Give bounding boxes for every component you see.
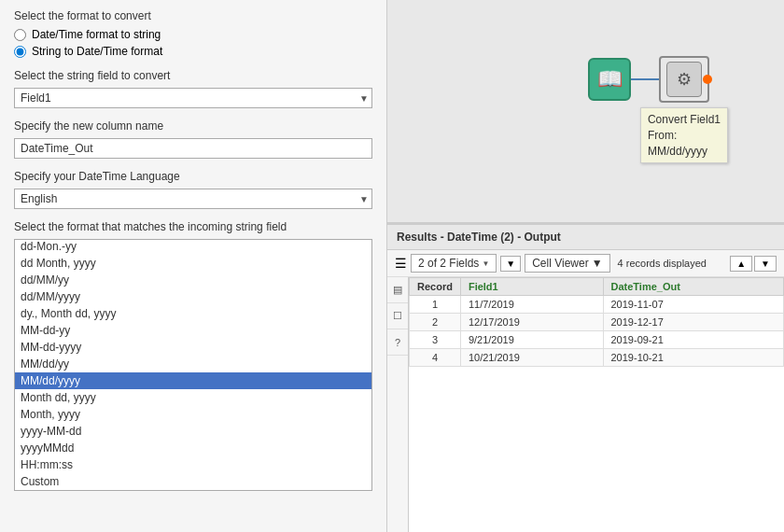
- format-list-item[interactable]: dd Month, yyyy: [15, 255, 371, 272]
- string-field-section: Select the string field to convert Field…: [14, 69, 372, 108]
- format-list-item[interactable]: yyyy-MM-dd: [15, 423, 371, 440]
- cell-record: 3: [410, 331, 461, 349]
- node-dot: [703, 75, 712, 84]
- radio-option1-label: Date/Time format to string: [32, 28, 161, 41]
- radio-option2-group[interactable]: String to Date/Time format: [14, 45, 372, 58]
- language-label: Specify your DateTime Language: [14, 170, 372, 183]
- th-record: Record: [410, 278, 461, 296]
- format-list-item[interactable]: MM-dd-yyyy: [15, 339, 371, 356]
- convert-icon: ⚙: [677, 69, 692, 90]
- format-list-item[interactable]: MM-dd-yy: [15, 322, 371, 339]
- results-table: Record Field1 DateTime_Out 1 11/7/2019 2…: [409, 277, 784, 367]
- language-select[interactable]: English French German: [14, 189, 372, 209]
- table-row: 1 11/7/2019 2019-11-07: [410, 296, 784, 314]
- tooltip-line2: From:: [648, 128, 721, 144]
- nav-down-button[interactable]: ▼: [754, 256, 777, 272]
- format-list-item[interactable]: HH:mm:ss: [15, 456, 371, 473]
- fields-down-arrow-button[interactable]: ▼: [500, 256, 521, 272]
- right-panel: 📖 ⚙ Convert Field1 From: MM/dd/yyyy Resu…: [387, 0, 784, 532]
- radio-option1[interactable]: [14, 29, 26, 41]
- left-panel: Select the format to convert Date/Time f…: [0, 0, 387, 532]
- column-name-input[interactable]: [14, 138, 372, 159]
- cell-field1: 11/7/2019: [460, 296, 603, 314]
- table-side-icons: ▤ ☐ ?: [387, 277, 409, 532]
- language-section: Specify your DateTime Language English F…: [14, 170, 372, 209]
- format-list-item[interactable]: MM/dd/yy: [15, 356, 371, 372]
- string-field-label: Select the string field to convert: [14, 69, 372, 82]
- format-list-item[interactable]: dd/MM/yyyy: [15, 288, 371, 305]
- convert-node[interactable]: ⚙: [659, 56, 709, 103]
- cell-field1: 10/21/2019: [460, 349, 603, 367]
- cell-record: 1: [410, 296, 461, 314]
- results-tbody: 1 11/7/2019 2019-11-07 2 12/17/2019 2019…: [410, 296, 784, 367]
- cell-datetime-out: 2019-12-17: [603, 314, 784, 331]
- format-list-label: Select the format that matches the incom…: [14, 220, 372, 233]
- tooltip-line3: MM/dd/yyyy: [648, 144, 721, 160]
- cell-datetime-out: 2019-10-21: [603, 349, 784, 367]
- table-row: 4 10/21/2019 2019-10-21: [410, 349, 784, 367]
- results-toolbar: ☰ 2 of 2 Fields ▼ ▼ Cell Viewer ▼ 4 reco…: [387, 250, 784, 277]
- th-datetime-out: DateTime_Out: [603, 278, 784, 296]
- string-field-select[interactable]: Field1 Field2 Field3: [14, 88, 372, 108]
- format-section-label: Select the format to convert: [14, 9, 372, 22]
- node-tooltip: Convert Field1 From: MM/dd/yyyy: [640, 107, 728, 163]
- format-list-item[interactable]: Month, yyyy: [15, 406, 371, 423]
- tooltip-line1: Convert Field1: [648, 112, 721, 128]
- radio-option1-group[interactable]: Date/Time format to string: [14, 28, 372, 41]
- cell-record: 2: [410, 314, 461, 331]
- book-icon: 📖: [597, 67, 623, 91]
- radio-option2[interactable]: [14, 46, 26, 58]
- cell-record: 4: [410, 349, 461, 367]
- book-node[interactable]: 📖: [588, 58, 631, 101]
- format-list-item[interactable]: MM/dd/yyyy: [15, 372, 371, 389]
- table-content: Record Field1 DateTime_Out 1 11/7/2019 2…: [409, 277, 784, 532]
- node-area: 📖 ⚙: [588, 56, 709, 103]
- connector-line: [631, 78, 659, 80]
- canvas-area: 📖 ⚙ Convert Field1 From: MM/dd/yyyy: [387, 0, 784, 224]
- format-section: Select the format to convert Date/Time f…: [14, 9, 372, 58]
- side-icon-checkbox[interactable]: ☐: [387, 303, 408, 329]
- fields-label: 2 of 2 Fields: [418, 257, 479, 270]
- format-list-item[interactable]: dy., Month dd, yyyy: [15, 305, 371, 322]
- format-list-item[interactable]: Month dd, yyyy: [15, 389, 371, 406]
- th-field1: Field1: [460, 278, 603, 296]
- radio-option2-label: String to Date/Time format: [32, 45, 162, 58]
- cell-field1: 9/21/2019: [460, 331, 603, 349]
- nav-buttons: ▲ ▼: [730, 256, 777, 272]
- nav-up-button[interactable]: ▲: [730, 256, 752, 272]
- format-list-item[interactable]: dd/MM/yy: [15, 272, 371, 288]
- cell-viewer-chevron-icon: ▼: [592, 257, 603, 270]
- column-select-icon[interactable]: ☰: [395, 256, 407, 271]
- cell-field1: 12/17/2019: [460, 314, 603, 331]
- format-list-item[interactable]: dd-Mon.-yy: [15, 239, 371, 255]
- language-dropdown-wrapper: English French German ▼: [14, 189, 372, 209]
- format-list-section: Select the format that matches the incom…: [14, 220, 372, 491]
- records-count: 4 records displayed: [618, 258, 707, 269]
- cell-viewer-button[interactable]: Cell Viewer ▼: [525, 254, 609, 273]
- format-list-item[interactable]: Custom: [15, 473, 371, 490]
- format-listbox[interactable]: yyyy-MM-dd hh:mm:ssMM/dd/yyyy hh:mm:ssMM…: [14, 239, 372, 491]
- string-field-dropdown-wrapper: Field1 Field2 Field3 ▼: [14, 88, 372, 108]
- column-name-section: Specify the new column name: [14, 119, 372, 159]
- results-panel: Results - DateTime (2) - Output ☰ 2 of 2…: [387, 224, 784, 532]
- fields-button[interactable]: 2 of 2 Fields ▼: [411, 254, 497, 273]
- cell-datetime-out: 2019-09-21: [603, 331, 784, 349]
- table-row: 2 12/17/2019 2019-12-17: [410, 314, 784, 331]
- cell-datetime-out: 2019-11-07: [603, 296, 784, 314]
- table-header-row: Record Field1 DateTime_Out: [410, 278, 784, 296]
- side-icon-filter[interactable]: ▤: [387, 277, 408, 303]
- table-row: 3 9/21/2019 2019-09-21: [410, 331, 784, 349]
- column-name-label: Specify the new column name: [14, 119, 372, 133]
- format-list-item[interactable]: yyyyMMdd: [15, 440, 371, 456]
- side-icon-help[interactable]: ?: [387, 329, 408, 356]
- cell-viewer-label: Cell Viewer: [532, 257, 588, 270]
- results-header: Results - DateTime (2) - Output: [387, 225, 784, 250]
- convert-node-inner: ⚙: [666, 62, 702, 97]
- fields-chevron-icon: ▼: [482, 259, 489, 268]
